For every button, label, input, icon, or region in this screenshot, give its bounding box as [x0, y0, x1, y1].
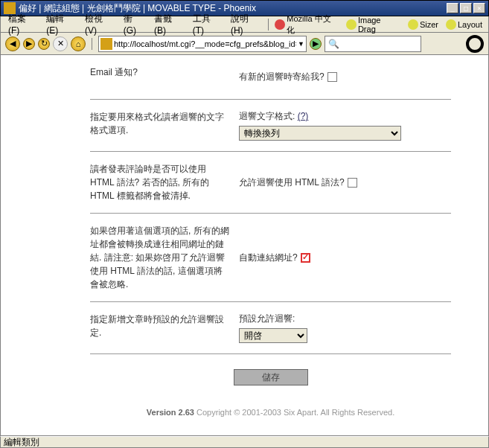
search-box[interactable]: 🔍	[325, 36, 421, 52]
separator	[268, 19, 269, 31]
default-desc: 指定新增文章時預設的允許迴響設定.	[90, 313, 239, 343]
row-default: 指定新增文章時預設的允許迴響設定. 預設允許迴響: 開啓	[90, 302, 451, 353]
close-button[interactable]: ×	[473, 3, 485, 13]
search-icon: 🔍	[328, 39, 339, 49]
home-button[interactable]: ⌂	[71, 36, 86, 51]
maximize-button[interactable]: □	[460, 3, 472, 13]
menu-view[interactable]: 檢視(V)	[80, 11, 119, 37]
format-help-link[interactable]: (?)	[298, 111, 309, 121]
back-button[interactable]: ◀	[5, 36, 20, 51]
button-row: 儲存	[90, 353, 451, 400]
row-html: 讀者發表評論時是否可以使用 HTML 語法? 若否的話, 所有的 HTML 標籤…	[90, 152, 451, 214]
ext-mozilla[interactable]: Mozilla 中文化	[272, 13, 342, 36]
default-select[interactable]: 開啓	[239, 328, 307, 343]
menu-file[interactable]: 檔案(F)	[4, 11, 42, 37]
menubar: 檔案(F) 編輯(E) 檢視(V) 衝(G) 書籤(B) 工具(T) 說明(H)…	[0, 16, 489, 33]
throbber-icon	[466, 35, 484, 53]
menu-go[interactable]: 衝(G)	[119, 11, 150, 37]
go-button[interactable]: ▶	[310, 38, 322, 50]
menu-bookmarks[interactable]: 書籤(B)	[150, 11, 188, 37]
url-box[interactable]: ▼	[98, 36, 307, 52]
imagedrag-icon	[346, 19, 357, 30]
reload-button[interactable]: ↻	[38, 38, 50, 50]
content-area: Email 通知? 有新的迴響時寄給我? 指定要用來格式化讀者迴響的文字格式選項…	[0, 55, 489, 436]
autolink-desc: 如果啓用著這個選項的話, 所有的網址都會被轉換成連往相同網址的鏈結. 請注意: …	[90, 224, 239, 291]
page-icon	[100, 38, 112, 50]
sizer-icon	[408, 19, 418, 30]
statusbar: 編輯類別	[0, 436, 489, 448]
footer: Version 2.63 Copyright © 2001-2003 Six A…	[90, 400, 451, 432]
ext-layout[interactable]: Layout	[443, 19, 485, 30]
status-text: 編輯類別	[4, 436, 39, 449]
minimize-button[interactable]: _	[447, 3, 458, 13]
save-button[interactable]: 儲存	[234, 369, 308, 385]
email-label: 有新的迴響時寄給我?	[239, 71, 325, 83]
email-checkbox[interactable]	[327, 72, 337, 82]
format-desc: 指定要用來格式化讀者迴響的文字格式選項.	[90, 110, 239, 141]
ext-imagedrag[interactable]: Image Drag	[343, 16, 403, 33]
forward-button[interactable]: ▶	[23, 38, 35, 50]
row-format: 指定要用來格式化讀者迴響的文字格式選項. 迴響文字格式: (?) 轉換換列	[90, 100, 451, 152]
html-label: 允許迴響使用 HTML 語法?	[239, 176, 345, 189]
copyright-text: Copyright © 2001-2003 Six Apart. All Rig…	[194, 408, 394, 417]
email-desc: Email 通知?	[90, 65, 239, 89]
menu-tools[interactable]: 工具(T)	[188, 11, 226, 37]
ext-sizer[interactable]: Sizer	[405, 19, 441, 30]
row-email: Email 通知? 有新的迴響時寄給我?	[90, 55, 451, 100]
stop-button[interactable]: ✕	[53, 36, 68, 51]
default-label: 預設允許迴響:	[239, 313, 295, 325]
menu-help[interactable]: 說明(H)	[226, 11, 265, 37]
layout-icon	[446, 19, 456, 30]
html-checkbox[interactable]	[348, 178, 357, 188]
menu-edit[interactable]: 編輯(E)	[42, 11, 80, 37]
mozilla-icon	[275, 19, 285, 30]
autolink-checkbox[interactable]	[301, 253, 310, 263]
version-text: Version 2.63	[147, 408, 194, 417]
row-autolink: 如果啓用著這個選項的話, 所有的網址都會被轉換成連往相同網址的鏈結. 請注意: …	[90, 214, 451, 302]
format-select[interactable]: 轉換換列	[239, 126, 401, 141]
dropdown-icon[interactable]: ▼	[298, 40, 304, 48]
url-input[interactable]	[112, 39, 298, 48]
autolink-label: 自動連結網址?	[239, 252, 298, 264]
format-label: 迴響文字格式:	[239, 111, 295, 121]
html-desc: 讀者發表評論時是否可以使用 HTML 語法? 若否的話, 所有的 HTML 標籤…	[90, 162, 239, 202]
separator	[92, 38, 92, 50]
